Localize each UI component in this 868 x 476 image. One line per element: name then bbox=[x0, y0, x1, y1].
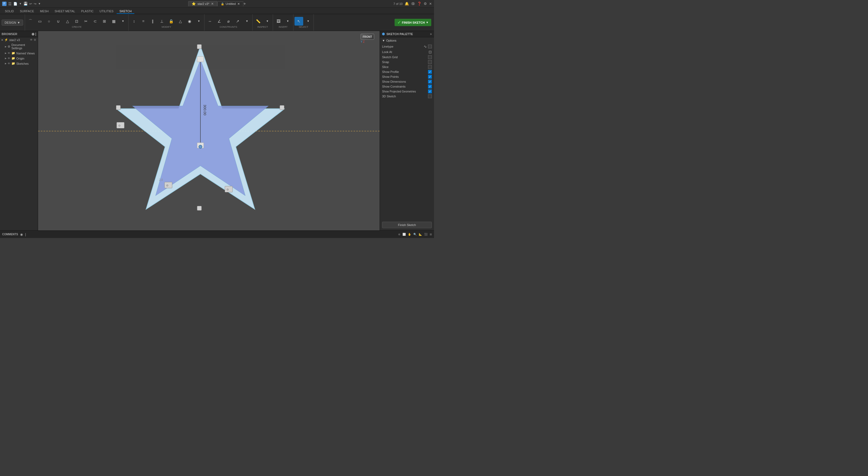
insert-dropdown[interactable]: ▼ bbox=[283, 17, 292, 26]
new-icon[interactable]: 📄 bbox=[13, 2, 18, 6]
lock-tool[interactable]: 🔒 bbox=[167, 17, 176, 26]
arc-tool[interactable]: ∪ bbox=[54, 17, 63, 26]
mirror-tool[interactable]: ⊞ bbox=[100, 17, 109, 26]
tab-utilities[interactable]: UTILITIES bbox=[97, 9, 116, 14]
tab-sheet-metal[interactable]: SHEET METAL bbox=[52, 9, 78, 14]
new-tab-btn[interactable]: + bbox=[243, 1, 246, 6]
modify-dropdown[interactable]: ▼ bbox=[194, 17, 203, 26]
constraint1-tool[interactable]: ∠ bbox=[215, 17, 223, 26]
origin-eye-icon[interactable]: 👁 bbox=[8, 57, 10, 60]
tab-close-btn[interactable]: ✕ bbox=[211, 2, 214, 6]
offset-tool[interactable]: ⊂ bbox=[91, 17, 99, 26]
show-profile-checkbox[interactable] bbox=[428, 70, 432, 74]
settings-icon[interactable]: ⚙ bbox=[424, 2, 427, 6]
status-ruler-icon[interactable]: 📐 bbox=[419, 233, 422, 236]
sketches-eye-icon[interactable]: 👁 bbox=[8, 62, 10, 65]
rectangle-tool[interactable]: ▭ bbox=[35, 17, 44, 26]
3d-sketch-checkbox[interactable] bbox=[428, 94, 432, 98]
line-tool[interactable]: ⌒ bbox=[26, 17, 35, 26]
tab-sketch[interactable]: SKETCH bbox=[117, 9, 134, 14]
options-section-title[interactable]: ▼ Options bbox=[382, 39, 432, 42]
show-points-checkbox[interactable] bbox=[428, 75, 432, 79]
untitled-tab[interactable]: 🔒 Untitled ✕ bbox=[217, 1, 243, 6]
dropdown-icon[interactable]: ▼ bbox=[19, 2, 22, 5]
vertex-right[interactable] bbox=[280, 105, 284, 110]
help-icon[interactable]: ❓ bbox=[417, 2, 422, 6]
window-close-icon[interactable]: ✕ bbox=[429, 2, 432, 6]
slot-tool[interactable]: ⊡ bbox=[72, 17, 81, 26]
status-pan-icon[interactable]: ✋ bbox=[408, 233, 411, 236]
linetype-curve-icon[interactable]: ∿ bbox=[424, 44, 427, 49]
palette-expand-icon[interactable]: » bbox=[430, 32, 432, 36]
palette-finish-sketch-button[interactable]: Finish Sketch bbox=[382, 222, 432, 228]
comments-dot-icon[interactable]: ◉ bbox=[20, 233, 23, 236]
center-dot[interactable] bbox=[199, 145, 202, 148]
vertex-bottom[interactable] bbox=[197, 206, 202, 210]
notification-icon[interactable]: 🔔 bbox=[405, 2, 409, 6]
show-projected-checkbox[interactable] bbox=[428, 89, 432, 93]
perpend-tool[interactable]: ⊥ bbox=[157, 17, 166, 26]
comments-pin-icon[interactable]: | bbox=[25, 233, 26, 236]
design-button[interactable]: DESIGN ▼ bbox=[2, 20, 23, 26]
show-dimensions-checkbox[interactable] bbox=[428, 80, 432, 84]
tab-solid[interactable]: SOLID bbox=[2, 9, 17, 14]
redo-icon[interactable]: ↪ bbox=[34, 2, 36, 6]
sidebar-item-root[interactable]: ▶ ⚡ star2 v3 👁 ⚙ bbox=[0, 37, 38, 42]
measure-tool[interactable]: 📏 bbox=[254, 17, 262, 26]
snap-checkbox[interactable] bbox=[428, 60, 432, 64]
viewcube-front-face[interactable]: FRONT bbox=[361, 34, 374, 40]
constraint3-tool[interactable]: ↗ bbox=[233, 17, 242, 26]
named-views-eye-icon[interactable]: 👁 bbox=[8, 52, 10, 55]
slice-checkbox[interactable] bbox=[428, 65, 432, 69]
hamburger-icon[interactable]: ☰ bbox=[8, 2, 12, 6]
tab-plastic[interactable]: PLASTIC bbox=[78, 9, 96, 14]
constraint-bl[interactable] bbox=[164, 182, 172, 188]
status-grid-icon[interactable]: ⬜ bbox=[402, 233, 406, 236]
select-dropdown[interactable]: ▼ bbox=[304, 17, 312, 26]
circle-tool[interactable]: ○ bbox=[44, 17, 53, 26]
sidebar-item-sketches[interactable]: ▶ 👁 📁 Sketches bbox=[0, 61, 38, 66]
undo-icon[interactable]: ↩ bbox=[29, 2, 32, 6]
constraint-br[interactable] bbox=[225, 186, 232, 192]
sketch-grid-checkbox[interactable] bbox=[428, 55, 432, 59]
show-constraints-checkbox[interactable] bbox=[428, 85, 432, 88]
polygon-tool[interactable]: △ bbox=[63, 17, 72, 26]
vertex-left[interactable] bbox=[116, 105, 121, 110]
status-coord-icon[interactable]: ⊕ bbox=[398, 233, 400, 236]
status-panels-icon[interactable]: ⊞ bbox=[430, 233, 432, 236]
viewcube-3d[interactable]: FRONT Y Z bbox=[361, 34, 377, 49]
vertex-top[interactable] bbox=[197, 44, 202, 49]
constraint-left[interactable] bbox=[117, 122, 124, 128]
inspect-dropdown[interactable]: ▼ bbox=[263, 17, 272, 26]
look-at-icon[interactable]: ⊡ bbox=[429, 50, 432, 54]
tab-surface[interactable]: SURFACE bbox=[17, 9, 37, 14]
create-dropdown[interactable]: ▼ bbox=[119, 17, 127, 26]
tab-mesh[interactable]: MESH bbox=[37, 9, 52, 14]
active-tab[interactable]: ⭐ star2 v3* ✕ bbox=[188, 1, 217, 6]
viewcube[interactable]: FRONT Y Z bbox=[361, 34, 377, 50]
finish-sketch-button[interactable]: ✓ FINISH SKETCH ▼ bbox=[395, 19, 431, 26]
sketch-dim-tool[interactable]: ↕ bbox=[130, 17, 138, 26]
parallel-tool[interactable]: ∥ bbox=[148, 17, 157, 26]
root-eye-icon[interactable]: 👁 bbox=[30, 38, 33, 41]
insert-img-tool[interactable]: 🖼 bbox=[274, 17, 283, 26]
root-settings-icon[interactable]: ⚙ bbox=[34, 38, 36, 41]
sidebar-item-origin[interactable]: ▶ 👁 📁 Origin bbox=[0, 56, 38, 61]
status-display-icon[interactable]: ⬛ bbox=[424, 233, 428, 236]
undo-dropdown-icon[interactable]: ▼ bbox=[38, 2, 41, 5]
coincident-tool[interactable]: ◉ bbox=[185, 17, 194, 26]
pattern-tool[interactable]: ▦ bbox=[109, 17, 118, 26]
sidebar-item-named-views[interactable]: ▶ 👁 📁 Named Views bbox=[0, 51, 38, 56]
equal-tool[interactable]: = bbox=[139, 17, 148, 26]
constraint2-tool[interactable]: ⌀ bbox=[224, 17, 233, 26]
status-zoom-icon[interactable]: 🔍 bbox=[413, 233, 416, 236]
trim-tool[interactable]: ✂ bbox=[82, 17, 90, 26]
tangent-tool[interactable]: △ bbox=[176, 17, 185, 26]
select-tool[interactable]: ↖ bbox=[294, 17, 303, 26]
browser-collapse-icon[interactable]: ◉ bbox=[32, 32, 34, 36]
constraints-dropdown[interactable]: ▼ bbox=[243, 17, 251, 26]
canvas-area[interactable]: 300.00 ⊙ ⊙ ⊙ bbox=[38, 31, 380, 230]
sidebar-item-doc-settings[interactable]: ▶ ⚙ Document Settings bbox=[0, 42, 38, 51]
linetype-checkbox[interactable] bbox=[428, 44, 432, 49]
save-icon[interactable]: 💾 bbox=[23, 2, 28, 6]
